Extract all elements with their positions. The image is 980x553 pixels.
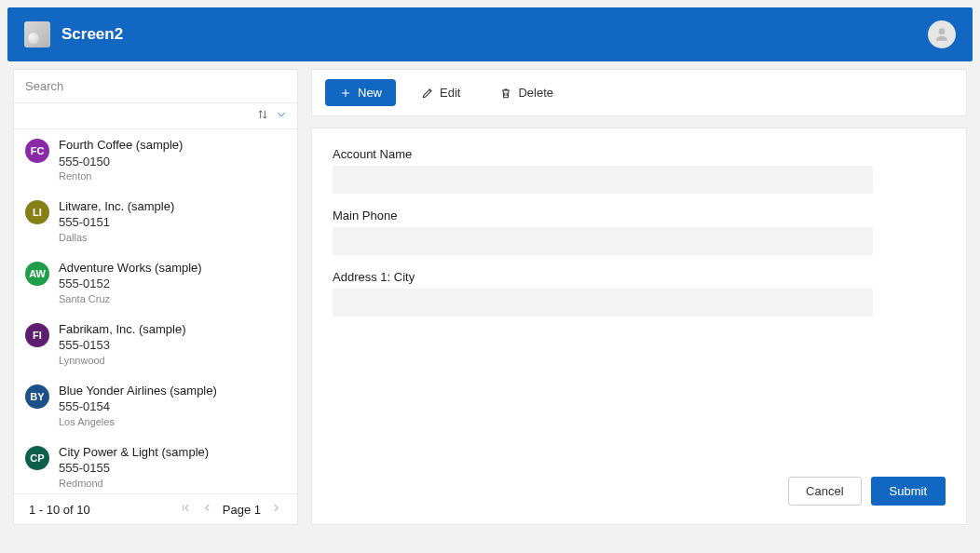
- item-city: Santa Cruz: [59, 292, 202, 306]
- item-city: Los Angeles: [59, 415, 217, 429]
- avatar-badge: FC: [25, 139, 49, 163]
- item-phone: 555-0154: [59, 398, 217, 415]
- pager-first[interactable]: [180, 502, 192, 517]
- form-card: Account Name Main Phone Address 1: City …: [311, 128, 967, 525]
- avatar-badge: LI: [25, 200, 49, 224]
- item-phone: 555-0153: [59, 337, 186, 354]
- list-item[interactable]: AW Adventure Works (sample) 555-0152 San…: [14, 252, 297, 314]
- app-header: Screen2: [7, 7, 973, 61]
- app-logo-icon: [24, 21, 50, 47]
- person-icon: [932, 25, 951, 44]
- item-city: Dallas: [59, 231, 174, 245]
- sort-dropdown[interactable]: [275, 108, 288, 124]
- avatar-badge: AW: [25, 262, 49, 286]
- item-phone: 555-0150: [59, 154, 183, 170]
- item-phone: 555-0155: [59, 460, 209, 477]
- item-name: Litware, Inc. (sample): [59, 198, 174, 215]
- trash-icon: [499, 87, 512, 100]
- app-title: Screen2: [61, 25, 123, 44]
- pager-page: Page 1: [223, 503, 261, 517]
- item-name: Fourth Coffee (sample): [59, 137, 183, 154]
- submit-button[interactable]: Submit: [871, 477, 946, 506]
- records-list: FC Fourth Coffee (sample) 555-0150 Rento…: [14, 129, 297, 493]
- pager-next[interactable]: [270, 502, 282, 517]
- list-panel: FC Fourth Coffee (sample) 555-0150 Rento…: [13, 69, 298, 525]
- list-item[interactable]: LI Litware, Inc. (sample) 555-0151 Dalla…: [14, 191, 297, 252]
- item-name: Adventure Works (sample): [59, 260, 202, 276]
- field-label: Address 1: City: [333, 270, 873, 284]
- item-phone: 555-0151: [59, 214, 174, 231]
- edit-button[interactable]: Edit: [407, 79, 474, 106]
- toolbar: New Edit Delete: [311, 69, 967, 116]
- field-input-0[interactable]: [333, 166, 873, 194]
- list-item[interactable]: BY Blue Yonder Airlines (sample) 555-015…: [14, 375, 297, 437]
- item-city: Lynnwood: [59, 354, 186, 368]
- field-label: Main Phone: [333, 209, 873, 223]
- field-input-2[interactable]: [333, 289, 873, 317]
- plus-icon: [339, 87, 352, 100]
- item-city: Renton: [59, 169, 183, 183]
- item-city: Redmond: [59, 477, 209, 491]
- delete-button[interactable]: Delete: [485, 79, 567, 106]
- item-phone: 555-0152: [59, 276, 202, 292]
- new-button[interactable]: New: [325, 79, 396, 106]
- avatar-badge: CP: [25, 446, 49, 470]
- pager-summary: 1 - 10 of 10: [29, 503, 90, 517]
- list-item[interactable]: FC Fourth Coffee (sample) 555-0150 Rento…: [14, 129, 297, 191]
- item-name: Blue Yonder Airlines (sample): [59, 383, 217, 399]
- pager-prev[interactable]: [201, 502, 213, 517]
- field-input-1[interactable]: [333, 227, 873, 255]
- item-name: City Power & Light (sample): [59, 444, 209, 461]
- list-item[interactable]: CP City Power & Light (sample) 555-0155 …: [14, 437, 297, 493]
- avatar-badge: BY: [25, 384, 49, 409]
- pencil-icon: [421, 87, 434, 100]
- search-input[interactable]: [14, 70, 297, 103]
- avatar-badge: FI: [25, 323, 49, 347]
- cancel-button[interactable]: Cancel: [788, 477, 861, 506]
- item-name: Fabrikam, Inc. (sample): [59, 321, 186, 338]
- user-avatar[interactable]: [928, 20, 956, 48]
- pager: 1 - 10 of 10 Page 1: [14, 493, 297, 524]
- field-label: Account Name: [333, 147, 873, 161]
- sort-icon[interactable]: [256, 108, 269, 124]
- list-item[interactable]: FI Fabrikam, Inc. (sample) 555-0153 Lynn…: [14, 314, 297, 375]
